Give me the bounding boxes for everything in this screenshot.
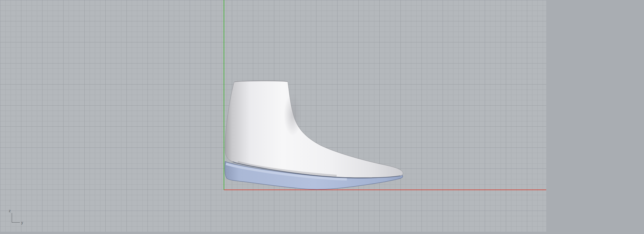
- ankle-shading: [284, 94, 302, 136]
- axis-label-y: y: [21, 221, 23, 225]
- cad-viewport[interactable]: z y: [0, 0, 644, 234]
- axis-gizmo: z y: [8, 208, 32, 229]
- gizmo-z-line: [12, 213, 12, 222]
- axis-label-z: z: [9, 209, 11, 213]
- shoe-last-model[interactable]: [0, 0, 644, 234]
- gizmo-y-line: [12, 222, 20, 223]
- last-body[interactable]: [225, 81, 403, 178]
